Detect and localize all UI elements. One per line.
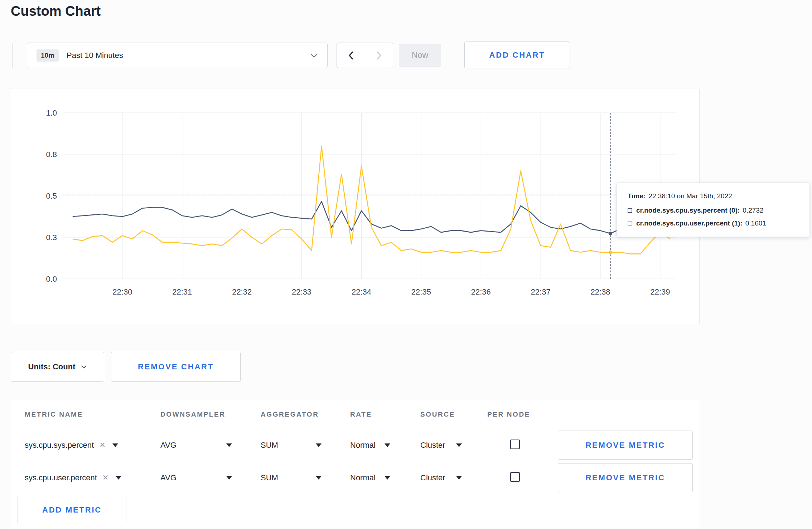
metric-row: sys.cpu.sys.percent × AVG SUM Normal Clu… <box>11 431 700 460</box>
y-axis-label: 0.8 <box>46 150 57 159</box>
time-range-badge: 10m <box>37 49 59 62</box>
prev-timewindow-button[interactable] <box>337 43 365 68</box>
metric-name-select[interactable]: sys.cpu.user.percent × <box>25 463 121 492</box>
tooltip-series-row: cr.node.sys.cpu.user.percent (1): 0.1601 <box>628 219 799 227</box>
x-axis-label: 22:34 <box>352 287 371 296</box>
now-button[interactable]: Now <box>399 44 441 67</box>
metric-name-value: sys.cpu.sys.percent <box>25 441 94 450</box>
series-line <box>73 146 670 254</box>
caret-down-icon <box>116 476 121 480</box>
rate-value: Normal <box>350 473 376 482</box>
next-timewindow-button[interactable] <box>365 43 393 68</box>
column-header-downsampler: DOWNSAMPLER <box>160 411 226 418</box>
x-axis-label: 22:30 <box>112 287 132 296</box>
source-select[interactable]: Cluster <box>420 463 462 492</box>
caret-down-icon <box>316 443 322 447</box>
caret-down-icon <box>385 476 390 480</box>
chevron-down-icon <box>81 365 87 369</box>
caret-down-icon <box>112 443 118 447</box>
caret-down-icon <box>456 476 462 480</box>
remove-metric-button[interactable]: REMOVE METRIC <box>558 431 693 460</box>
aggregator-select[interactable]: SUM <box>261 431 322 460</box>
x-axis-label: 22:39 <box>650 287 670 296</box>
rate-select[interactable]: Normal <box>350 431 390 460</box>
column-header-per-node: PER NODE <box>487 411 530 418</box>
column-header-source: SOURCE <box>420 411 455 418</box>
per-node-checkbox[interactable] <box>510 472 520 482</box>
caret-down-icon <box>385 443 390 447</box>
source-value: Cluster <box>420 473 445 482</box>
column-header-rate: RATE <box>350 411 372 418</box>
aggregator-value: SUM <box>261 441 278 450</box>
y-axis-label: 0.5 <box>46 191 57 200</box>
x-axis-label: 22:35 <box>411 287 431 296</box>
y-axis-label: 1.0 <box>46 108 57 117</box>
y-axis-label: 0.0 <box>46 275 57 283</box>
remove-metric-button[interactable]: REMOVE METRIC <box>558 463 693 492</box>
sys-series-swatch-icon <box>628 208 632 213</box>
time-range-dropdown[interactable]: 10m Past 10 Minutes <box>27 43 328 68</box>
source-value: Cluster <box>420 441 445 450</box>
metric-name-select[interactable]: sys.cpu.sys.percent × <box>25 431 118 460</box>
hover-point-marker <box>609 232 612 235</box>
user-series-swatch-icon <box>628 221 632 226</box>
caret-down-icon <box>456 443 462 447</box>
x-axis-label: 22:36 <box>471 287 491 296</box>
line-chart[interactable]: 0.00.30.50.81.022:3022:3122:3222:3322:34… <box>11 88 700 325</box>
chevron-left-icon <box>348 51 354 60</box>
downsampler-value: AVG <box>160 473 177 482</box>
tooltip-time-value: 22:38:10 on Mar 15th, 2022 <box>648 192 732 200</box>
metric-name-value: sys.cpu.user.percent <box>25 473 97 482</box>
time-pager <box>337 43 393 68</box>
column-header-metric-name: METRIC NAME <box>25 411 83 418</box>
tooltip-time-label: Time: <box>628 192 646 200</box>
aggregator-value: SUM <box>261 473 278 482</box>
metric-row: sys.cpu.user.percent × AVG SUM Normal Cl… <box>11 463 700 492</box>
tooltip-series-label: cr.node.sys.cpu.user.percent (1): <box>636 219 743 227</box>
remove-chart-button[interactable]: REMOVE CHART <box>111 352 241 382</box>
per-node-checkbox[interactable] <box>510 440 520 449</box>
rate-value: Normal <box>350 441 376 450</box>
series-line <box>73 202 670 233</box>
units-dropdown[interactable]: Units: Count <box>11 352 104 382</box>
column-header-aggregator: AGGREGATOR <box>261 411 319 418</box>
metrics-table: METRIC NAME DOWNSAMPLER AGGREGATOR RATE … <box>11 400 700 529</box>
hover-point-marker <box>609 251 612 254</box>
chevron-down-icon <box>310 53 318 58</box>
rate-select[interactable]: Normal <box>350 463 390 492</box>
clear-metric-icon[interactable]: × <box>103 473 108 482</box>
tooltip-time-row: Time:22:38:10 on Mar 15th, 2022 <box>628 192 799 200</box>
x-axis-label: 22:31 <box>172 287 192 296</box>
clear-metric-icon[interactable]: × <box>100 440 105 450</box>
x-axis-label: 22:38 <box>591 287 610 296</box>
downsampler-select[interactable]: AVG <box>160 431 232 460</box>
chevron-right-icon <box>376 51 382 60</box>
tooltip-series-value: 0.2732 <box>743 207 763 214</box>
downsampler-value: AVG <box>160 441 177 450</box>
units-label: Units: Count <box>28 362 76 372</box>
tooltip-series-row: cr.node.sys.cpu.sys.percent (0): 0.2732 <box>628 207 799 214</box>
add-metric-button[interactable]: ADD METRIC <box>18 496 126 524</box>
caret-down-icon <box>226 443 232 447</box>
time-range-label: Past 10 Minutes <box>67 51 310 60</box>
custom-chart-page: Custom Chart 10m Past 10 Minutes Now ADD… <box>0 0 812 529</box>
tooltip-series-value: 0.1601 <box>745 219 766 227</box>
caret-down-icon <box>226 476 232 480</box>
add-chart-button[interactable]: ADD CHART <box>464 42 570 68</box>
section-divider <box>12 43 13 68</box>
aggregator-select[interactable]: SUM <box>261 463 322 492</box>
tooltip-series-label: cr.node.sys.cpu.sys.percent (0): <box>636 207 740 214</box>
x-axis-label: 22:37 <box>531 287 551 296</box>
source-select[interactable]: Cluster <box>420 431 462 460</box>
downsampler-select[interactable]: AVG <box>160 463 232 492</box>
x-axis-label: 22:32 <box>232 287 252 296</box>
chart-tooltip: Time:22:38:10 on Mar 15th, 2022 cr.node.… <box>617 183 810 237</box>
caret-down-icon <box>316 476 322 480</box>
x-axis-label: 22:33 <box>292 287 311 296</box>
page-title: Custom Chart <box>11 4 101 19</box>
y-axis-label: 0.3 <box>46 233 57 242</box>
chart-card: 0.00.30.50.81.022:3022:3122:3222:3322:34… <box>11 88 700 324</box>
